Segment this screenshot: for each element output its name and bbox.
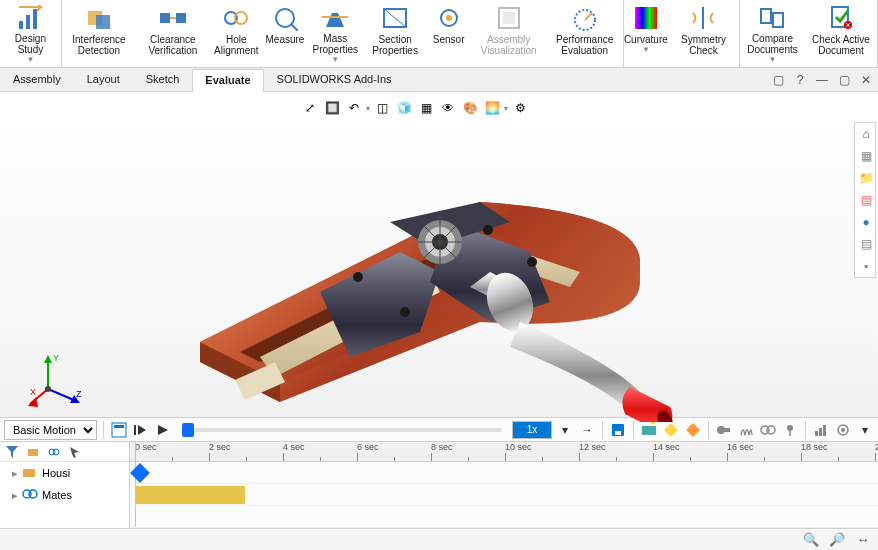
- tab-evaluate[interactable]: Evaluate: [192, 69, 263, 92]
- playback-slider[interactable]: [182, 428, 502, 432]
- clearance-verification-button[interactable]: Clearance Verification: [136, 2, 210, 65]
- expand-icon[interactable]: ▸: [12, 489, 18, 502]
- calculate-icon[interactable]: [110, 421, 128, 439]
- properties-icon[interactable]: ▤: [857, 235, 875, 253]
- tab-layout[interactable]: Layout: [74, 68, 133, 91]
- svg-rect-58: [686, 423, 700, 437]
- study-type-select[interactable]: Basic Motion: [4, 420, 97, 440]
- filter-mates-icon[interactable]: [45, 443, 63, 461]
- play-from-start-icon[interactable]: [132, 421, 150, 439]
- home-icon[interactable]: ⌂: [857, 125, 875, 143]
- loop-icon[interactable]: →: [578, 421, 596, 439]
- save-animation-icon[interactable]: [609, 421, 627, 439]
- ribbon-label: Symmetry Check: [672, 34, 735, 56]
- resources-icon[interactable]: ▦: [857, 147, 875, 165]
- motor-icon[interactable]: [715, 421, 733, 439]
- motion-study-panel: Basic Motion 1x ▾ →: [0, 417, 878, 550]
- motion-properties-icon[interactable]: [834, 421, 852, 439]
- maximize-icon[interactable]: ▢: [836, 72, 852, 88]
- filter-pointer-icon[interactable]: [66, 443, 84, 461]
- close-icon[interactable]: ✕: [858, 72, 874, 88]
- ruler-tick: [209, 453, 210, 461]
- appearances-icon[interactable]: ●: [857, 213, 875, 231]
- symmetry-check-button[interactable]: Symmetry Check: [668, 2, 739, 65]
- tab-solidworks-add-ins[interactable]: SOLIDWORKS Add-Ins: [264, 68, 405, 91]
- play-icon[interactable]: [154, 421, 172, 439]
- zoom-fit-icon[interactable]: ↔: [854, 531, 872, 549]
- ribbon-label: Design Study: [4, 33, 57, 55]
- open-folder-icon[interactable]: 📁: [857, 169, 875, 187]
- timeline-row[interactable]: [130, 506, 878, 528]
- spring-icon[interactable]: [737, 421, 755, 439]
- filter-parts-icon[interactable]: [24, 443, 42, 461]
- design-study-button[interactable]: Design Study▼: [0, 2, 61, 65]
- svg-rect-4: [96, 15, 110, 29]
- zoom-area-icon[interactable]: 🔲: [322, 98, 342, 118]
- view-settings-icon[interactable]: ⚙: [510, 98, 530, 118]
- slider-thumb[interactable]: [182, 423, 194, 437]
- ruler-label: 18 sec: [801, 442, 828, 452]
- minimize-icon[interactable]: —: [814, 72, 830, 88]
- ruler-label: 6 sec: [357, 442, 379, 452]
- interference-detection-button[interactable]: Interference Detection: [62, 2, 136, 65]
- axis-y-label: Y: [53, 353, 59, 363]
- view-palette-icon[interactable]: ▤: [857, 191, 875, 209]
- custom-icon[interactable]: ▪: [857, 257, 875, 275]
- expand-icon[interactable]: ▸: [12, 467, 18, 480]
- compare-documents-button[interactable]: Compare Documents▼: [740, 2, 805, 65]
- svg-rect-23: [773, 13, 783, 27]
- playback-speed[interactable]: 1x: [512, 421, 552, 439]
- motion-bar[interactable]: [135, 486, 245, 504]
- hide-show-icon[interactable]: 👁: [438, 98, 458, 118]
- autokey-icon[interactable]: [662, 421, 680, 439]
- section-view-icon[interactable]: ◫: [372, 98, 392, 118]
- timeline-row[interactable]: [130, 462, 878, 484]
- check-doc-icon: [827, 4, 855, 32]
- tab-sketch[interactable]: Sketch: [133, 68, 193, 91]
- check-active-document-button[interactable]: Check Active Document: [805, 2, 877, 65]
- curvature-button[interactable]: Curvature▼: [624, 2, 668, 65]
- view-orientation-icon[interactable]: 🧊: [394, 98, 414, 118]
- sensor-button[interactable]: Sensor: [427, 2, 471, 65]
- performance-evaluation-button[interactable]: Performance Evaluation: [547, 2, 623, 65]
- svg-point-77: [29, 490, 37, 498]
- hole-alignment-button[interactable]: Hole Alignment: [210, 2, 263, 65]
- ruler-tick: [653, 453, 654, 461]
- zoom-out-icon[interactable]: 🔎: [828, 531, 846, 549]
- results-icon[interactable]: [812, 421, 830, 439]
- collapse-ribbon-icon[interactable]: ▢: [770, 72, 786, 88]
- orientation-triad[interactable]: Y Z X: [28, 349, 88, 409]
- svg-marker-51: [138, 425, 146, 435]
- timeline[interactable]: 0 sec2 sec4 sec6 sec8 sec10 sec12 sec14 …: [130, 442, 878, 528]
- symmetry-icon: [689, 4, 717, 32]
- add-key-icon[interactable]: [684, 421, 702, 439]
- mass-properties-button[interactable]: Mass Properties▼: [307, 2, 364, 65]
- measure-button[interactable]: Measure: [263, 2, 307, 65]
- tree-item[interactable]: ▸Housi: [0, 462, 129, 484]
- apply-scene-icon[interactable]: 🌅: [482, 98, 502, 118]
- graphics-viewport[interactable]: ⤢🔲↶▾◫🧊▦👁🎨🌅▾⚙ ⌂▦📁▤●▤▪: [0, 92, 878, 417]
- ribbon-label: Clearance Verification: [140, 34, 206, 56]
- zoom-in-icon[interactable]: 🔍: [802, 531, 820, 549]
- timeline-ruler: 0 sec2 sec4 sec6 sec8 sec10 sec12 sec14 …: [130, 442, 878, 462]
- timeline-row[interactable]: [130, 484, 878, 506]
- compare-icon: [758, 4, 786, 31]
- contact-icon[interactable]: [759, 421, 777, 439]
- section-properties-button[interactable]: Section Properties: [364, 2, 427, 65]
- zoom-fit-icon[interactable]: ⤢: [300, 98, 320, 118]
- speed-dropdown-icon[interactable]: ▾: [556, 421, 574, 439]
- ruler-tick: [727, 453, 728, 461]
- gravity-icon[interactable]: [781, 421, 799, 439]
- filter-icon[interactable]: [3, 443, 21, 461]
- previous-view-icon[interactable]: ↶: [344, 98, 364, 118]
- animation-wizard-icon[interactable]: [640, 421, 658, 439]
- edit-appearance-icon[interactable]: 🎨: [460, 98, 480, 118]
- ruler-tick: [875, 453, 876, 461]
- collapse-motion-icon[interactable]: ▾: [856, 421, 874, 439]
- tree-item[interactable]: ▸Mates: [0, 484, 129, 506]
- tab-assembly[interactable]: Assembly: [0, 68, 74, 91]
- keyframe[interactable]: [130, 463, 150, 483]
- display-style-icon[interactable]: ▦: [416, 98, 436, 118]
- ruler-tick: [320, 457, 321, 461]
- help-icon[interactable]: ?: [792, 72, 808, 88]
